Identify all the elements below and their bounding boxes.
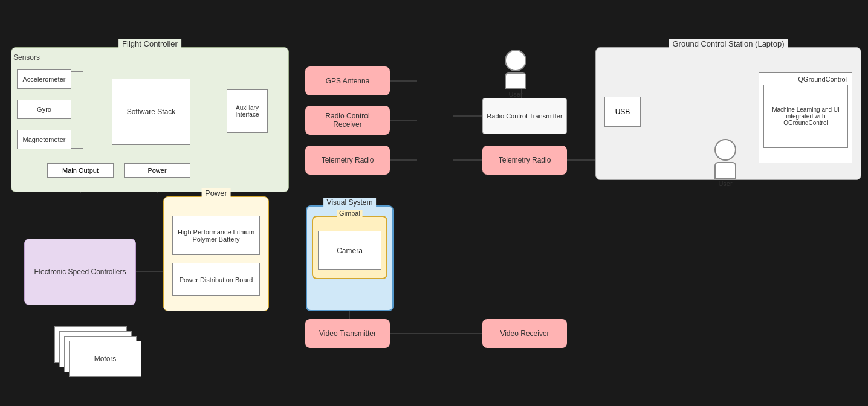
radio-control-receiver-label: Radio Control Receiver (310, 112, 385, 129)
fc-power-box: Power (124, 163, 190, 178)
video-transmitter-label: Video Transmitter (319, 329, 376, 338)
main-output-box: Main Output (47, 163, 114, 178)
user-figure-gcs: User (714, 139, 736, 187)
radio-control-receiver-box: Radio Control Receiver (305, 106, 390, 135)
fc-power-label: Power (147, 167, 166, 174)
gcs-label: Ground Control Station (Laptop) (669, 39, 788, 48)
esc-label: Electronic Speed Controllers (34, 268, 126, 276)
gps-antenna-label: GPS Antenna (326, 77, 370, 85)
user-body-radio (505, 72, 526, 89)
pdb-box: Power Distribution Board (172, 263, 260, 296)
batt-pdb-line (216, 255, 216, 263)
qgc-title: QGroundControl (798, 76, 847, 83)
telemetry-radio-right-box: Telemetry Radio (482, 146, 567, 175)
gyro-label: Gyro (37, 106, 51, 113)
battery-label: High Performance Lithium Polymer Battery (175, 228, 257, 243)
video-receiver-label: Video Receiver (500, 329, 549, 338)
gyro-box: Gyro (17, 100, 71, 119)
camera-box: Camera (318, 231, 381, 270)
usb-label: USB (615, 108, 630, 116)
gimbal-label: Gimbal (337, 210, 363, 217)
software-stack-label: Software Stack (127, 108, 176, 116)
video-receiver-box: Video Receiver (482, 319, 567, 348)
usb-box: USB (604, 97, 641, 127)
telemetry-radio-right-label: Telemetry Radio (499, 156, 551, 164)
accelerometer-label: Accelerometer (23, 76, 66, 83)
motors-label: Motors (94, 355, 117, 363)
visual-system-label: Visual System (323, 198, 377, 207)
aux-interface-label: Auxiliary Interface (227, 105, 267, 118)
accelerometer-box: Accelerometer (17, 69, 71, 89)
esc-box: Electronic Speed Controllers (24, 239, 136, 305)
magnetometer-box: Magnetometer (17, 130, 71, 149)
flight-controller-label: Flight Controller (118, 39, 181, 48)
gps-antenna-box: GPS Antenna (305, 66, 390, 95)
qgc-inner-label: Machine Learning and UI integrated with … (768, 106, 844, 126)
software-stack-box: Software Stack (112, 79, 190, 145)
user-head-radio (505, 50, 526, 71)
sensors-label: Sensors (13, 53, 40, 62)
user-label-radio: User (505, 91, 526, 98)
magnetometer-label: Magnetometer (23, 136, 66, 143)
camera-label: Camera (337, 246, 363, 255)
power-group-label: Power (201, 188, 231, 198)
diagram-container: Flight Controller Sensors Accelerometer … (0, 0, 868, 406)
user-figure-radio: User (505, 50, 526, 98)
battery-box: High Performance Lithium Polymer Battery (172, 216, 260, 255)
sensor-bracket (71, 71, 83, 149)
radio-control-transmitter-box: Radio Control Transmitter (482, 98, 567, 134)
telemetry-radio-left-label: Telemetry Radio (322, 156, 374, 164)
qgc-inner-box: Machine Learning and UI integrated with … (763, 85, 848, 148)
user-body-gcs (714, 162, 736, 179)
user-label-gcs: User (714, 180, 736, 187)
radio-control-transmitter-label: Radio Control Transmitter (487, 112, 562, 120)
user-head-gcs (714, 139, 736, 161)
motor-box-4: Motors (69, 341, 141, 377)
telemetry-radio-left-box: Telemetry Radio (305, 146, 390, 175)
main-output-label: Main Output (62, 167, 99, 174)
aux-interface-box: Auxiliary Interface (227, 89, 268, 133)
video-transmitter-box: Video Transmitter (305, 319, 390, 348)
pdb-label: Power Distribution Board (180, 276, 253, 283)
